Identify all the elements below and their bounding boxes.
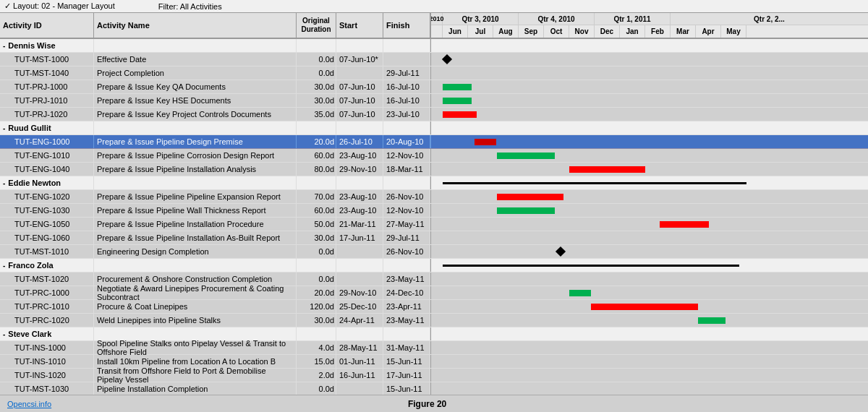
month-sep: Sep [519,25,544,38]
cell-orig-dur: 30.0d [297,231,336,244]
gantt-bar [497,153,555,159]
cell-activity-id: TUT-MST-1000 [0,53,94,66]
table-row[interactable]: TUT-PRC-1020 Weld Linepipes into Pipelin… [0,314,868,327]
cell-orig-dur [297,121,336,134]
table-row[interactable]: TUT-ENG-1040 Prepare & Issue Pipeline In… [0,163,868,176]
cell-orig-dur: 120.0d [297,300,336,313]
cell-orig-dur: 30.0d [297,94,336,107]
col-header-activity-id[interactable]: Activity ID [0,13,94,38]
cell-finish [383,327,430,340]
cell-finish [383,53,430,66]
gantt-bar [497,194,563,200]
cell-activity-name [94,176,297,189]
cell-start: 07-Jun-10* [336,53,383,66]
cell-orig-dur: 0.0d [297,272,336,286]
table-row[interactable]: TUT-PRC-1010 Procure & Coat Linepipes 12… [0,300,868,314]
cell-activity-id: TUT-ENG-1040 [0,163,94,176]
cell-orig-dur: 50.0d [297,218,336,231]
cell-activity-name: Effective Date [94,53,297,66]
cell-orig-dur [297,259,336,272]
cell-start: 07-Jun-10 [336,94,383,107]
cell-gantt [430,231,868,244]
table-row[interactable]: TUT-ENG-1030 Prepare & Issue Pipeline Wa… [0,204,868,218]
cell-start: 01-Jun-11 [336,355,383,368]
cell-finish: 12-Nov-10 [383,204,430,217]
month-may: May [721,25,746,38]
cell-gantt [430,66,868,80]
table-row[interactable]: TUT-MST-1040 Project Completion 0.0d 29-… [0,66,868,80]
col-header-start[interactable]: Start [336,13,383,38]
cell-orig-dur: 0.0d [297,382,336,395]
table-row[interactable]: TUT-ENG-1050 Prepare & Issue Pipeline In… [0,218,868,231]
gantt-bar [443,98,472,104]
cell-activity-id: TUT-ENG-1050 [0,218,94,231]
cell-gantt [430,163,868,176]
cell-start: 23-Aug-10 [336,149,383,162]
cell-start: 29-Nov-10 [336,286,383,299]
cell-gantt [430,149,868,162]
cell-activity-id: -Steve Clark [0,327,94,340]
cell-start: 21-Mar-11 [336,218,383,231]
table-row[interactable]: TUT-ENG-1000 Prepare & Issue Pipeline De… [0,135,868,149]
cell-orig-dur: 70.0d [297,190,336,203]
cell-start: 16-Jun-11 [336,369,383,382]
cell-start: 24-Apr-11 [336,314,383,327]
cell-activity-id: TUT-PRC-1010 [0,300,94,313]
cell-activity-name: Procure & Coat Linepipes [94,300,297,313]
table-row[interactable]: TUT-MST-1010 Engineering Design Completi… [0,245,868,259]
cell-activity-name [94,121,297,134]
cell-start [336,272,383,286]
cell-orig-dur [297,176,336,189]
cell-orig-dur: 30.0d [297,314,336,327]
col-header-orig-dur[interactable]: OriginalDuration [297,13,336,38]
table-row[interactable]: TUT-INS-1000 Spool Pipeline Stalks onto … [0,341,868,355]
table-header: Activity ID Activity Name OriginalDurati… [0,13,868,39]
table-row[interactable]: TUT-ENG-1010 Prepare & Issue Pipeline Co… [0,149,868,163]
cell-finish: 15-Jun-11 [383,382,430,395]
table-row[interactable]: TUT-ENG-1060 Prepare & Issue Pipeline In… [0,231,868,245]
cell-orig-dur: 0.0d [297,245,336,258]
cell-orig-dur [297,327,336,340]
table-row[interactable]: TUT-MST-1000 Effective Date 0.0d 07-Jun-… [0,53,868,66]
table-row[interactable]: -Franco Zola [0,259,868,272]
cell-activity-id: TUT-INS-1010 [0,355,94,368]
opencsi-link[interactable]: Opencsi.info [7,400,51,408]
table-row[interactable]: -Dennis Wise [0,39,868,53]
month-aug: Aug [493,25,519,38]
cell-finish: 15-Jun-11 [383,355,430,368]
table-row[interactable]: TUT-ENG-1020 Prepare & Issue Pipeline Pi… [0,190,868,204]
table-row[interactable]: TUT-INS-1020 Transit from Offshore Field… [0,369,868,382]
cell-activity-name: Prepare & Issue Key Project Controls Doc… [94,108,297,121]
cell-gantt [430,176,868,189]
cell-finish: 16-Jul-10 [383,80,430,93]
cell-finish [383,259,430,272]
milestone-marker [556,246,566,257]
cell-activity-name: Spool Pipeline Stalks onto Pipelay Vesse… [94,341,297,354]
gantt-bar [698,317,726,324]
col-header-activity-name[interactable]: Activity Name [94,13,297,38]
cell-finish [383,39,430,52]
table-row[interactable]: TUT-PRJ-1010 Prepare & Issue Key HSE Doc… [0,94,868,108]
cell-finish: 16-Jul-10 [383,94,430,107]
cell-start: 28-May-11 [336,341,383,354]
cell-orig-dur [297,39,336,52]
cell-orig-dur: 60.0d [297,204,336,217]
table-row[interactable]: TUT-PRC-1000 Negotiate & Award Linepipes… [0,286,868,300]
table-row[interactable]: TUT-PRJ-1000 Prepare & Issue Key QA Docu… [0,80,868,94]
cell-activity-id: TUT-ENG-1000 [0,135,94,148]
cell-activity-name: Prepare & Issue Pipeline Design Premise [94,135,297,148]
table-row[interactable]: TUT-PRJ-1020 Prepare & Issue Key Project… [0,108,868,121]
table-row[interactable]: -Ruud Gullit [0,121,868,135]
cell-finish: 31-May-11 [383,341,430,354]
cell-finish [383,121,430,134]
cell-activity-id: TUT-ENG-1030 [0,204,94,217]
month-jul: Jul [468,25,493,38]
col-header-finish[interactable]: Finish [383,13,430,38]
cell-orig-dur: 0.0d [297,66,336,80]
cell-activity-id: TUT-PRC-1000 [0,286,94,299]
cell-orig-dur: 15.0d [297,355,336,368]
gantt-bar [443,265,739,267]
table-row[interactable]: TUT-MST-1030 Pipeline Installation Compl… [0,382,868,395]
table-row[interactable]: -Eddie Newton [0,176,868,190]
cell-activity-id: -Dennis Wise [0,39,94,52]
